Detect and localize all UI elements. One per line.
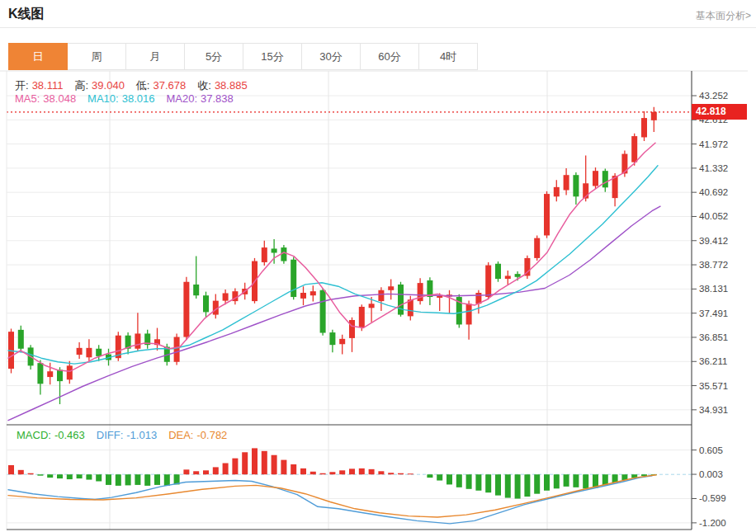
legend-item: MA20:37.838 [166,92,233,105]
svg-text:-1.200: -1.200 [699,518,726,528]
legend-label: 收: [197,79,211,92]
legend-value: 37.678 [153,79,186,92]
svg-text:40.692: 40.692 [699,187,728,197]
legend-label: 开: [15,79,29,92]
svg-text:-0.599: -0.599 [699,493,726,503]
legend-item: MA5:38.048 [15,92,76,105]
svg-text:36.851: 36.851 [699,332,728,342]
svg-text:38.131: 38.131 [699,284,728,294]
svg-text:37.491: 37.491 [699,308,728,318]
svg-text:40.052: 40.052 [699,211,728,221]
legend-label: MA20: [166,92,197,105]
legend-value: 38.016 [122,92,155,105]
svg-text:41.332: 41.332 [699,163,728,173]
legend-value: 37.838 [201,92,234,105]
svg-text:41.972: 41.972 [699,139,728,149]
svg-text:35.571: 35.571 [699,381,728,391]
legend-value: -0.782 [196,429,227,441]
legend-item: DIFF:-1.013 [97,429,157,441]
legend-label: 高: [74,79,88,92]
svg-text:0.605: 0.605 [699,445,723,455]
ohlc-legend: 开:38.111高:39.040低:37.678收:38.885 [15,78,259,93]
legend-item: 高:39.040 [74,79,124,92]
legend-value: -1.013 [126,429,157,441]
current-price-tag: 42.818 [692,104,747,120]
legend-label: MA5: [15,92,40,105]
legend-item: 开:38.111 [15,79,63,92]
legend-value: 38.048 [43,92,76,105]
legend-item: 低:37.678 [136,79,186,92]
legend-value: 38.885 [215,79,248,92]
legend-label: 低: [136,79,150,92]
svg-text:0.003: 0.003 [699,469,723,479]
legend-label: DIFF: [97,429,124,441]
legend-value: 38.111 [32,79,64,92]
svg-text:39.412: 39.412 [699,236,728,246]
legend-label: MACD: [17,429,51,441]
legend-label: MA10: [87,92,119,105]
svg-text:38.772: 38.772 [699,260,728,270]
legend-item: 收:38.885 [197,79,247,92]
legend-item: DEA:-0.782 [168,429,227,441]
legend-label: DEA: [168,429,193,441]
macd-legend: MACD:-0.463DIFF:-1.013DEA:-0.782 [17,429,239,441]
legend-value: 39.040 [92,79,125,92]
legend-item: MA10:38.016 [87,92,154,105]
legend-value: -0.463 [54,429,85,441]
legend-item: MACD:-0.463 [17,429,85,441]
ma-legend: MA5:38.048MA10:38.016MA20:37.838 [15,92,245,105]
svg-text:36.211: 36.211 [699,356,727,366]
svg-text:34.931: 34.931 [699,405,728,415]
kline-page: K线图 基本面分析> 日周月5分15分30分60分4时 43.25242.612… [0,0,756,532]
svg-text:43.252: 43.252 [699,91,728,101]
